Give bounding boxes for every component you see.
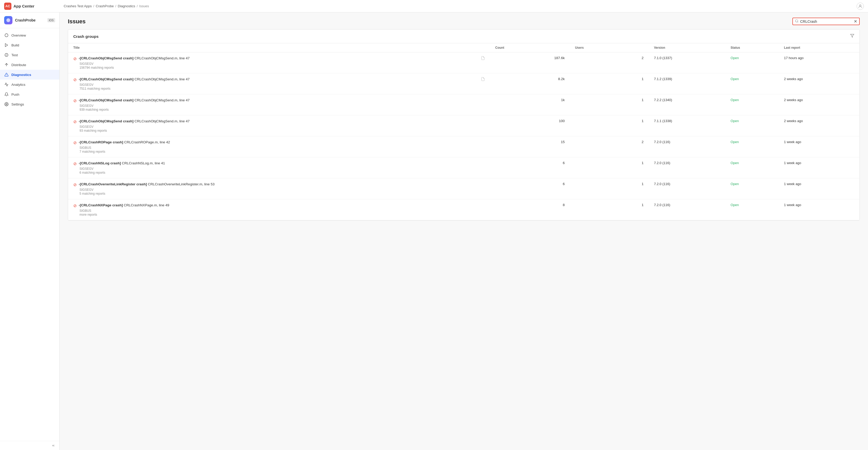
- sidebar-item-diagnostics[interactable]: Diagnostics: [0, 70, 59, 80]
- crash-icon: ⊘: [73, 77, 76, 82]
- issue-reports: more reports: [73, 213, 470, 217]
- users-cell: 1: [570, 94, 649, 115]
- issue-reports: 6 matching reports: [73, 171, 470, 174]
- note-icon-cell: [476, 94, 490, 115]
- breadcrumb-diagnostics[interactable]: Diagnostics: [118, 4, 135, 8]
- issue-name: -[CRLCrashObjCMsgSend crash] CRLCrashObj…: [79, 77, 190, 82]
- table-row[interactable]: ⊘ -[CRLCrashNXPage crash] CRLCrashNXPage…: [68, 199, 860, 220]
- sidebar-app-header: CrashProbe iOS: [0, 12, 59, 28]
- crash-icon: ⊘: [73, 140, 76, 145]
- version-cell: 7.1.0 (1337): [649, 52, 725, 73]
- count-cell: 6: [490, 178, 570, 199]
- sidebar-collapse-button[interactable]: [0, 441, 59, 450]
- sidebar-item-build[interactable]: Build: [0, 40, 59, 50]
- table-row[interactable]: ⊘ -[CRLCrashROPage crash] CRLCrashROPage…: [68, 136, 860, 157]
- users-cell: 1: [570, 199, 649, 220]
- count-cell: 15: [490, 136, 570, 157]
- status-cell: Open: [725, 52, 779, 73]
- issue-subtitle: SIGSEGV: [73, 167, 470, 171]
- col-last-report: Last report: [779, 43, 860, 52]
- table-row[interactable]: ⊘ -[CRLCrashObjCMsgSend crash] CRLCrashO…: [68, 52, 860, 73]
- user-avatar[interactable]: [857, 3, 864, 10]
- sidebar-label-test: Test: [11, 53, 18, 57]
- issue-title-cell: ⊘ -[CRLCrashNSLog crash] CRLCrashNSLog.m…: [68, 157, 476, 178]
- issue-subtitle: SIGSEGV: [73, 62, 470, 65]
- issue-title-cell: ⊘ -[CRLCrashObjCMsgSend crash] CRLCrashO…: [68, 94, 476, 115]
- sidebar-item-settings[interactable]: Settings: [0, 99, 59, 109]
- layout: CrashProbe iOS Overview Build: [0, 12, 868, 450]
- table-row[interactable]: ⊘ -[CRLCrashOverwriteLinkRegister crash]…: [68, 178, 860, 199]
- count-cell: 8.2k: [490, 73, 570, 94]
- svg-point-2: [5, 34, 8, 37]
- users-cell: 1: [570, 115, 649, 136]
- svg-point-8: [796, 20, 798, 22]
- search-input[interactable]: [800, 20, 852, 24]
- count-cell: 8: [490, 199, 570, 220]
- diagnostics-icon: [4, 72, 9, 77]
- status-cell: Open: [725, 94, 779, 115]
- app-center-label: App Center: [13, 4, 34, 8]
- svg-point-0: [860, 5, 861, 6]
- crash-icon: ⊘: [73, 98, 76, 103]
- issue-title-cell: ⊘ -[CRLCrashObjCMsgSend crash] CRLCrashO…: [68, 73, 476, 94]
- sidebar-label-settings: Settings: [11, 103, 24, 106]
- sidebar-label-overview: Overview: [11, 33, 26, 37]
- lastreport-cell: 1 week ago: [779, 178, 860, 199]
- issue-title-cell: ⊘ -[CRLCrashNXPage crash] CRLCrashNXPage…: [68, 199, 476, 220]
- col-title: Title: [68, 43, 476, 52]
- table-row[interactable]: ⊘ -[CRLCrashObjCMsgSend crash] CRLCrashO…: [68, 115, 860, 136]
- sidebar-label-build: Build: [11, 43, 19, 47]
- status-cell: Open: [725, 115, 779, 136]
- users-cell: 1: [570, 73, 649, 94]
- svg-point-7: [6, 104, 7, 105]
- sidebar-label-push: Push: [11, 92, 20, 96]
- col-users: Users: [570, 43, 649, 52]
- issue-name: -[CRLCrashNXPage crash] CRLCrashNXPage.m…: [79, 203, 169, 208]
- table-row[interactable]: ⊘ -[CRLCrashNSLog crash] CRLCrashNSLog.m…: [68, 157, 860, 178]
- crash-groups-header: Crash groups: [68, 30, 860, 43]
- overview-icon: [4, 33, 9, 37]
- issue-subtitle: SIGBUS: [73, 146, 470, 149]
- sidebar-label-analytics: Analytics: [11, 83, 25, 87]
- distribute-icon: [4, 62, 9, 67]
- table-row[interactable]: ⊘ -[CRLCrashObjCMsgSend crash] CRLCrashO…: [68, 94, 860, 115]
- push-icon: [4, 92, 9, 97]
- issue-subtitle: SIGSEGV: [73, 125, 470, 129]
- users-cell: 1: [570, 157, 649, 178]
- issue-reports: 7511 matching reports: [73, 87, 470, 90]
- note-icon-cell: [476, 52, 490, 73]
- breadcrumb-crashprobe[interactable]: CrashProbe: [96, 4, 114, 8]
- sidebar-item-analytics[interactable]: Analytics: [0, 80, 59, 89]
- filter-icon[interactable]: [850, 34, 854, 39]
- status-cell: Open: [725, 178, 779, 199]
- sidebar-item-distribute[interactable]: Distribute: [0, 60, 59, 70]
- crash-groups-title: Crash groups: [73, 34, 99, 38]
- version-cell: 7.2.0 (116): [649, 157, 725, 178]
- crash-icon: ⊘: [73, 119, 76, 124]
- lastreport-cell: 2 weeks ago: [779, 73, 860, 94]
- sidebar-item-test[interactable]: Test: [0, 50, 59, 60]
- sidebar-item-overview[interactable]: Overview: [0, 30, 59, 40]
- version-cell: 7.2.2 (1340): [649, 94, 725, 115]
- analytics-icon: [4, 82, 9, 87]
- issue-title-cell: ⊘ -[CRLCrashObjCMsgSend crash] CRLCrashO…: [68, 52, 476, 73]
- lastreport-cell: 1 week ago: [779, 199, 860, 220]
- svg-marker-10: [850, 34, 854, 37]
- issue-subtitle: SIGSEGV: [73, 83, 470, 87]
- crash-icon: ⊘: [73, 56, 76, 61]
- breadcrumb-crashes[interactable]: Crashes Test Apps: [64, 4, 92, 8]
- status-cell: Open: [725, 199, 779, 220]
- search-clear-button[interactable]: ✕: [854, 20, 857, 24]
- issue-reports: 156794 matching reports: [73, 66, 470, 69]
- table-row[interactable]: ⊘ -[CRLCrashObjCMsgSend crash] CRLCrashO…: [68, 73, 860, 94]
- app-logo[interactable]: AC App Center: [4, 3, 64, 10]
- search-box: ✕: [793, 18, 860, 25]
- sidebar-item-push[interactable]: Push: [0, 89, 59, 99]
- issue-reports: 7 matching reports: [73, 150, 470, 153]
- logo-icon: AC: [4, 3, 11, 10]
- svg-line-9: [798, 22, 798, 23]
- version-cell: 7.2.0 (116): [649, 178, 725, 199]
- page-header: Issues ✕: [60, 12, 868, 29]
- version-cell: 7.1.1 (1338): [649, 115, 725, 136]
- status-cell: Open: [725, 157, 779, 178]
